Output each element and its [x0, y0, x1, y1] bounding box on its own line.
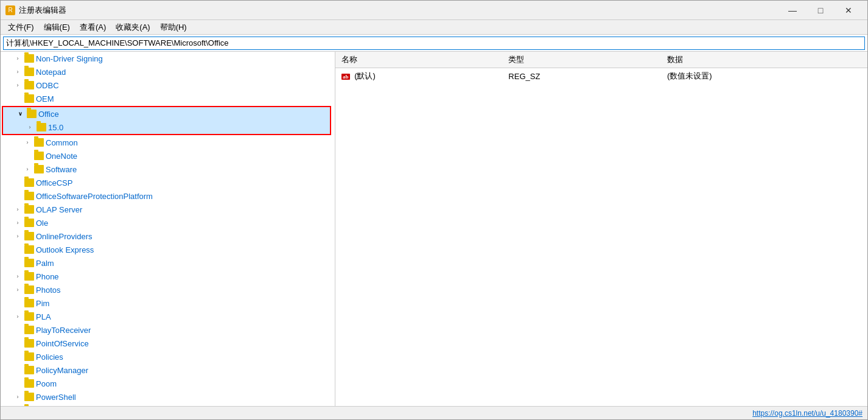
tree-label: PowerShell: [36, 393, 76, 402]
col-header-type: 类型: [502, 52, 661, 68]
folder-icon: [27, 110, 37, 118]
expand-icon[interactable]: ›: [13, 205, 23, 214]
expand-icon[interactable]: ›: [13, 80, 23, 90]
expand-icon[interactable]: ›: [13, 218, 23, 228]
tree-label: Notepad: [36, 68, 66, 77]
tree-label: PolicyManager: [36, 366, 88, 375]
menu-bar: 文件(F) 编辑(E) 查看(A) 收藏夹(A) 帮助(H): [1, 20, 867, 35]
folder-icon: [24, 326, 34, 334]
tree-item-onenote[interactable]: OneNote: [1, 149, 335, 163]
tree-label: OEM: [36, 94, 54, 103]
tree-item-powershell[interactable]: › PowerShell: [1, 390, 335, 404]
tree-item-officeCSP[interactable]: OfficeCSP: [1, 176, 335, 189]
menu-edit[interactable]: 编辑(E): [39, 21, 75, 34]
expand-icon: [13, 178, 23, 187]
tree-item-point-of-service[interactable]: PointOfService: [1, 337, 335, 350]
expand-icon: [13, 325, 23, 335]
tree-item-phone[interactable]: › Phone: [1, 270, 335, 283]
expand-icon: [13, 352, 23, 362]
expand-icon: [13, 258, 23, 268]
folder-icon: [24, 272, 34, 281]
folder-icon: [24, 232, 34, 240]
address-bar: [1, 35, 867, 52]
value-name-cell: ab (默认): [335, 68, 502, 85]
expand-icon[interactable]: ›: [13, 392, 23, 402]
maximize-button[interactable]: □: [807, 1, 835, 20]
status-link[interactable]: https://og.cs1ln.net/u/u_4180390#: [752, 409, 863, 418]
tree-item-photos[interactable]: › Photos: [1, 283, 335, 296]
expand-icon[interactable]: ›: [13, 54, 23, 63]
expand-icon[interactable]: ›: [13, 67, 23, 77]
close-button[interactable]: ✕: [835, 1, 863, 20]
app-icon: R: [5, 5, 15, 15]
expand-icon[interactable]: ›: [13, 271, 23, 281]
registry-values-panel: 名称 类型 数据 ab (默认) REG_SZ (数值未设置): [335, 52, 867, 406]
tree-label: PLA: [36, 312, 51, 321]
value-type-cell: REG_SZ: [502, 68, 661, 85]
title-bar: R 注册表编辑器 — □ ✕: [1, 1, 867, 20]
table-header-row: 名称 类型 数据: [335, 52, 867, 68]
expand-icon[interactable]: ›: [25, 122, 35, 132]
tree-item-palm[interactable]: Palm: [1, 256, 335, 270]
tree-item-notepad[interactable]: › Notepad: [1, 65, 335, 79]
table-row[interactable]: ab (默认) REG_SZ (数值未设置): [335, 68, 867, 85]
tree-item-pim[interactable]: Pim: [1, 296, 335, 310]
folder-icon: [24, 379, 34, 388]
tree-label: Poom: [36, 379, 57, 388]
expand-icon[interactable]: ›: [23, 164, 32, 174]
menu-file[interactable]: 文件(F): [3, 21, 39, 34]
expand-icon[interactable]: ›: [13, 312, 23, 321]
folder-icon: [24, 205, 34, 214]
tree-item-office[interactable]: ∨ Office: [3, 107, 330, 121]
folder-icon: [24, 245, 34, 254]
folder-icon: [24, 259, 34, 267]
menu-view[interactable]: 查看(A): [75, 21, 111, 34]
tree-item-non-driver-signing[interactable]: › Non-Driver Signing: [1, 52, 335, 65]
expand-icon: [13, 245, 23, 254]
value-data-cell: (数值未设置): [661, 68, 867, 85]
tree-item-oem[interactable]: OEM: [1, 92, 335, 105]
expand-icon: [13, 94, 23, 103]
value-name: (默认): [354, 71, 376, 80]
folder-icon: [24, 393, 34, 401]
address-input[interactable]: [3, 37, 865, 50]
tree-label: PointOfService: [36, 339, 89, 348]
expand-icon[interactable]: ›: [13, 231, 23, 241]
tree-label: Software: [46, 165, 77, 174]
expand-icon[interactable]: ›: [23, 138, 32, 147]
expand-icon[interactable]: ∨: [15, 109, 25, 119]
tree-item-pla[interactable]: › PLA: [1, 310, 335, 323]
main-content: › Non-Driver Signing › Notepad › ODBC OE…: [1, 52, 867, 406]
expand-icon[interactable]: ›: [13, 285, 23, 295]
tree-label: Ole: [36, 219, 48, 228]
tree-item-common[interactable]: › Common: [1, 136, 335, 149]
tree-item-play-to-receiver[interactable]: PlayToReceiver: [1, 323, 335, 337]
tree-item-poom[interactable]: Poom: [1, 377, 335, 390]
expand-icon: [13, 338, 23, 348]
values-table: 名称 类型 数据 ab (默认) REG_SZ (数值未设置): [335, 52, 867, 84]
folder-icon: [24, 312, 34, 321]
status-bar: https://og.cs1ln.net/u/u_4180390#: [1, 406, 867, 419]
col-header-name: 名称: [335, 52, 502, 68]
folder-icon: [24, 219, 34, 227]
tree-item-officeSPP[interactable]: OfficeSoftwareProtectionPlatform: [1, 189, 335, 203]
window-title: 注册表编辑器: [19, 5, 779, 16]
registry-tree-panel[interactable]: › Non-Driver Signing › Notepad › ODBC OE…: [1, 52, 335, 406]
tree-item-olap[interactable]: › OLAP Server: [1, 203, 335, 216]
tree-item-policies[interactable]: Policies: [1, 350, 335, 363]
tree-item-odbc[interactable]: › ODBC: [1, 79, 335, 92]
minimize-button[interactable]: —: [779, 1, 807, 20]
tree-item-15-0[interactable]: › 15.0: [3, 121, 330, 134]
tree-label: Pim: [36, 299, 49, 308]
folder-icon: [34, 138, 44, 147]
tree-label: OLAP Server: [36, 205, 82, 214]
expand-icon: [13, 298, 23, 308]
menu-favorites[interactable]: 收藏夹(A): [111, 21, 155, 34]
menu-help[interactable]: 帮助(H): [155, 21, 192, 34]
tree-item-policy-manager[interactable]: PolicyManager: [1, 363, 335, 377]
tree-item-ole[interactable]: › Ole: [1, 216, 335, 229]
tree-item-online-providers[interactable]: › OnlineProviders: [1, 229, 335, 243]
tree-item-outlook-express[interactable]: Outlook Express: [1, 243, 335, 256]
expand-icon: [13, 191, 23, 201]
tree-item-software[interactable]: › Software: [1, 163, 335, 176]
